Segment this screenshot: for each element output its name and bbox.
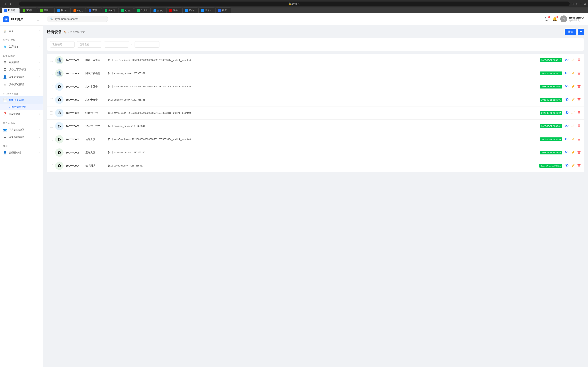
- date-to-input[interactable]: 2023/06/21: [135, 41, 159, 48]
- edit-btn-8[interactable]: [571, 163, 575, 168]
- browser-tab-10[interactable]: 网易...: [166, 8, 182, 13]
- delete-btn-8[interactable]: [577, 163, 581, 168]
- more-btn[interactable]: ▼: [578, 29, 584, 35]
- sidebar: P PLC网关 ☰ 🏠 首页 ‹ 生产 & 订单 💧 生产订单 ‹ 设备 & 维…: [0, 13, 43, 367]
- browser-tab-11[interactable]: 产品...: [182, 8, 199, 13]
- row-checkbox-7[interactable]: [50, 151, 53, 154]
- browser-tab-7[interactable]: APP...: [118, 8, 134, 13]
- row-checkbox-1[interactable]: [50, 72, 53, 75]
- browser-tab-9[interactable]: APP...: [151, 8, 166, 13]
- sidebar-item-admin[interactable]: 👤 管理员管理 ‹: [0, 149, 43, 156]
- browser-tab-5[interactable]: 百度...: [86, 8, 102, 13]
- header-actions: 筛选 ▼: [565, 29, 584, 35]
- sidebar-item-network-flow[interactable]: 📊 网络流量管理 ∨: [0, 96, 43, 104]
- browser-tab-1[interactable]: 宝塔L...: [20, 8, 37, 13]
- download-icon[interactable]: ⬇: [572, 2, 574, 5]
- view-btn-8[interactable]: [565, 163, 569, 168]
- row-avatar-0: 🏦: [55, 56, 64, 64]
- device-id-input[interactable]: [50, 41, 75, 48]
- sidebar-item-crash[interactable]: ❓ Crash管理 ‹: [0, 110, 43, 118]
- sidebar-item-device-location[interactable]: 👤 设备定位管理 ‹: [0, 73, 43, 81]
- row-checkbox-4[interactable]: [50, 111, 53, 115]
- view-btn-1[interactable]: [565, 71, 569, 76]
- edit-btn-6[interactable]: [571, 137, 575, 142]
- row-checkbox-3[interactable]: [50, 98, 53, 101]
- address-bar[interactable]: 🔒 .com ↻: [19, 1, 570, 6]
- sidebar-item-gateway[interactable]: ⊞ 网关管理 ‹: [0, 58, 43, 66]
- back-btn[interactable]: ‹: [9, 2, 12, 6]
- browser-tab-8[interactable]: 公众号: [134, 8, 151, 13]
- row-device-id-5: 100****0006: [66, 125, 83, 128]
- svg-point-22: [566, 99, 567, 100]
- view-btn-3[interactable]: [565, 97, 569, 102]
- row-actions-1: [565, 71, 581, 76]
- view-btn-0[interactable]: [565, 58, 569, 63]
- browser-tab-2[interactable]: 宝塔L...: [37, 8, 55, 13]
- filter-btn[interactable]: 筛选: [565, 29, 576, 35]
- row-checkbox-8[interactable]: [50, 164, 53, 167]
- windows-icon[interactable]: ⧉: [584, 2, 586, 5]
- delete-btn-7[interactable]: [577, 150, 581, 155]
- sidebar-item-production-order[interactable]: 💧 生产订单 ‹: [0, 43, 43, 50]
- view-btn-2[interactable]: [565, 84, 569, 89]
- row-checkbox-0[interactable]: [50, 59, 53, 62]
- forward-btn[interactable]: ›: [13, 2, 17, 6]
- page-title: 所有设备: [47, 29, 62, 35]
- sidebar-item-site-mgmt[interactable]: 🏷 设备场地管理 ‹: [0, 133, 43, 141]
- date-from-input[interactable]: 2023/06/21: [104, 41, 129, 48]
- messages-btn[interactable]: 💬 1: [545, 17, 549, 21]
- main-content: 🔍 💬 1 🔔 8 N nYuserRoot: [43, 13, 588, 367]
- search-input[interactable]: [55, 17, 105, 20]
- user-info[interactable]: N nYuserRoot 超级管理员: [560, 16, 584, 22]
- delete-btn-5[interactable]: [577, 124, 581, 129]
- browser-tab-12[interactable]: 登录-...: [199, 8, 215, 13]
- edit-btn-7[interactable]: [571, 150, 575, 155]
- table-row: ♻100****0007北京十五中【41】examine_push<->1687…: [47, 93, 584, 107]
- edit-btn-4[interactable]: [571, 110, 575, 116]
- view-btn-4[interactable]: [565, 110, 569, 116]
- view-btn-5[interactable]: [565, 124, 569, 129]
- delete-btn-3[interactable]: [577, 97, 581, 102]
- sidebar-item-device-debug[interactable]: ⚠ 设备调试管理 ‹: [0, 81, 43, 88]
- reload-icon[interactable]: ↻: [298, 2, 300, 5]
- delete-btn-6[interactable]: [577, 137, 581, 142]
- browser-tab-0[interactable]: PLC网...: [1, 8, 20, 13]
- row-checkbox-2[interactable]: [50, 85, 53, 88]
- sidebar-item-client-mgmt[interactable]: 👥 甲方企业管理 ‹: [0, 126, 43, 133]
- row-checkbox-6[interactable]: [50, 138, 53, 141]
- delete-btn-0[interactable]: [577, 58, 581, 63]
- delete-btn-1[interactable]: [577, 71, 581, 76]
- browser-tab-13[interactable]: 百度...: [215, 8, 231, 13]
- svg-text:♻: ♻: [57, 163, 61, 168]
- delete-btn-2[interactable]: [577, 84, 581, 89]
- svg-rect-48: [578, 165, 580, 167]
- edit-btn-1[interactable]: [571, 71, 575, 76]
- edit-btn-5[interactable]: [571, 124, 575, 129]
- view-btn-6[interactable]: [565, 137, 569, 142]
- sidebar-item-admin-label: 管理员管理: [9, 151, 37, 154]
- browser-tab-6[interactable]: 公众号: [102, 8, 118, 13]
- upload-icon[interactable]: ⬆: [576, 2, 578, 5]
- lock-icon: 🔒: [288, 2, 291, 5]
- breadcrumb-home-icon[interactable]: 🏠: [64, 30, 67, 33]
- search-box[interactable]: 🔍: [47, 16, 108, 22]
- sidebar-toggle-btn[interactable]: ⊞: [2, 1, 7, 6]
- delete-btn-4[interactable]: [577, 110, 581, 116]
- sidebar-item-home[interactable]: 🏠 首页 ‹: [0, 27, 43, 35]
- sidebar-item-network-flow-data[interactable]: ○ 网络流量数据: [0, 104, 43, 110]
- edit-btn-3[interactable]: [571, 97, 575, 102]
- edit-btn-2[interactable]: [571, 84, 575, 89]
- view-btn-7[interactable]: [565, 150, 569, 155]
- browser-tab-3[interactable]: 网站...: [55, 8, 71, 13]
- row-content-0: 【51】saveDevLink<->1225100000000008185561…: [107, 59, 537, 62]
- site-name-input[interactable]: [77, 41, 102, 48]
- sidebar-menu-btn[interactable]: ☰: [36, 17, 40, 21]
- browser-tab-4[interactable]: obs...: [71, 8, 86, 13]
- alerts-btn[interactable]: 🔔 8: [552, 17, 557, 21]
- tab-icon-10: [169, 9, 172, 12]
- row-checkbox-5[interactable]: [50, 125, 53, 128]
- question-icon: ❓: [3, 112, 7, 116]
- edit-btn-0[interactable]: [571, 58, 575, 63]
- new-tab-icon[interactable]: ＋: [579, 2, 582, 6]
- sidebar-item-device-online[interactable]: 🖥 设备上下线管理 ‹: [0, 66, 43, 73]
